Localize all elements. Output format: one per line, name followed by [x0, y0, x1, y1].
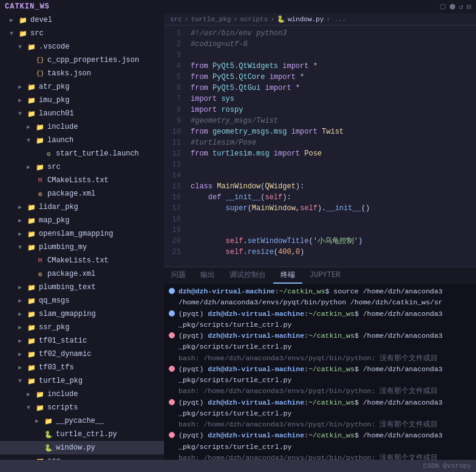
sidebar-item-atr-pkg[interactable]: 📁 atr_pkg [0, 80, 164, 94]
sidebar-item-include-launch01[interactable]: 📁 include [0, 120, 164, 134]
launch-icon: ⚙ [44, 150, 53, 158]
sidebar-item-label: turtle_pkg [39, 377, 83, 385]
terminal-tabs: 问题 输出 调试控制台 终端 JUPYTER [164, 267, 476, 284]
sidebar-item-label: plumbing_text [39, 283, 96, 292]
sidebar-item-label: launch [47, 136, 73, 145]
breadcrumb-scripts: scripts [240, 16, 268, 23]
sidebar-item-src[interactable]: 📁 src [0, 27, 164, 40]
sidebar-item-cmakelists-launch01[interactable]: M CMakeLists.txt [0, 174, 164, 187]
chevron-icon [27, 405, 34, 411]
terminal-area[interactable]: dzh@dzh-virtual-machine:~/catkin_ws$ sou… [164, 284, 476, 460]
terminal-line: (pyqt) dzh@dzh-virtual-machine:~/catkin_… [169, 309, 471, 319]
sidebar-item-src-launch01[interactable]: 📁 src [0, 160, 164, 174]
sidebar-item-map-pkg[interactable]: 📁 map_pkg [0, 214, 164, 227]
folder-icon: 📁 [27, 204, 36, 211]
breadcrumb-file-icon: 🐍 [277, 15, 285, 23]
tab-terminal[interactable]: 终端 [273, 267, 302, 284]
folder-icon: 📁 [27, 324, 36, 332]
sidebar-item-package-plumbing[interactable]: ⚙ package.xml [0, 267, 164, 281]
sidebar-item-label: .vscode [39, 43, 69, 51]
folder-icon: 📁 [44, 417, 53, 425]
sidebar-item-qq-msgs[interactable]: 📁 qq_msgs [0, 294, 164, 307]
sidebar-item-imu-pkg[interactable]: 📁 imu_pkg [0, 94, 164, 107]
sidebar-item-plumbing-my[interactable]: 📁 plumbing_my [0, 241, 164, 254]
sidebar-item-tf02-dynamic[interactable]: 📁 tf02_dynamic [0, 347, 164, 361]
terminal-indent [169, 343, 175, 349]
chevron-icon [18, 324, 25, 331]
folder-icon: 📁 [27, 351, 36, 358]
refresh-icon[interactable]: ↺ [459, 2, 463, 12]
sidebar-item-src-turtle[interactable]: 📁 src [0, 454, 164, 460]
terminal-text: dzh@dzh-virtual-machine:~/catkin_ws$ sou… [178, 286, 471, 296]
folder-icon: 📁 [35, 137, 45, 145]
sidebar-item-tf03-tfs[interactable]: 📁 tf03_tfs [0, 361, 164, 374]
terminal-line: bash: /home/dzh/anaconda3/envs/pyqt/bin/… [169, 386, 471, 396]
chevron-icon [18, 351, 25, 358]
sidebar-item-launch-folder[interactable]: 📁 launch [0, 134, 164, 147]
folder-icon: 📁 [35, 163, 45, 171]
sidebar-item-slam-gmapping[interactable]: 📁 slam_gmapping [0, 307, 164, 321]
sidebar-item-c-cpp-properties[interactable]: {} c_cpp_properties.json [0, 53, 164, 67]
sidebar-item-label: package.xml [47, 270, 95, 278]
new-file-icon[interactable]: ⬡ [440, 2, 446, 12]
tab-debug-console[interactable]: 调试控制台 [222, 267, 273, 284]
folder-icon: 📁 [27, 230, 36, 238]
sidebar-item-start-turtle[interactable]: ⚙ start_turtle.launch [0, 147, 164, 160]
folder-icon: 📁 [27, 83, 36, 91]
collapse-all-icon[interactable]: ⊟ [467, 2, 471, 12]
chevron-icon [18, 310, 25, 318]
status-bar: CSDN @vsropy [0, 460, 476, 472]
sidebar-item-launch01[interactable]: 📁 launch01 [0, 107, 164, 120]
sidebar-item-label: tf03_tfs [39, 363, 74, 372]
sidebar-item-tasks-json[interactable]: {} tasks.json [0, 67, 164, 80]
sidebar-item-window-py[interactable]: 🐍 window.py [0, 441, 164, 454]
terminal-line: bash: /home/dzh/anaconda3/envs/pyqt/bin/… [169, 419, 471, 429]
sidebar-item-turtle-ctrl[interactable]: 🐍 turtle_ctrl.py [0, 428, 164, 441]
sidebar-item-plumbing-text[interactable]: 📁 plumbing_text [0, 281, 164, 294]
sidebar-item-vscode[interactable]: 📁 .vscode [0, 40, 164, 53]
folder-icon: 📁 [27, 43, 36, 51]
sidebar-item-label: slam_gmapping [39, 310, 96, 318]
xml-icon: ⚙ [35, 190, 45, 198]
sidebar-item-label: atr_pkg [39, 83, 69, 91]
code-content[interactable]: #!/usr/bin/env python3 #coding=utf-8 fro… [186, 26, 476, 267]
tab-problems[interactable]: 问题 [164, 267, 193, 284]
chevron-icon [18, 97, 25, 104]
chevron-icon [10, 16, 17, 24]
sidebar-item-label: ssr_pkg [39, 323, 69, 332]
sidebar-item-label: CMakeLists.txt [47, 256, 109, 265]
chevron-icon [18, 337, 25, 344]
chevron-icon [18, 204, 25, 211]
sidebar-item-label: imu_pkg [39, 96, 69, 104]
sidebar-item-ssr-pkg[interactable]: 📁 ssr_pkg [0, 321, 164, 334]
sidebar-item-label: c_cpp_properties.json [47, 56, 139, 64]
sidebar-item-turtle-pkg[interactable]: 📁 turtle_pkg [0, 374, 164, 388]
tab-output[interactable]: 输出 [193, 267, 222, 284]
terminal-indent [169, 355, 175, 361]
terminal-line: (pyqt) dzh@dzh-virtual-machine:~/catkin_… [169, 330, 471, 341]
new-folder-icon[interactable]: ⬢ [449, 2, 455, 12]
sidebar-item-include-turtle[interactable]: 📁 include [0, 388, 164, 401]
sidebar-item-scripts[interactable]: 📁 scripts [0, 401, 164, 414]
sidebar-item-openslam[interactable]: 📁 openslam_gmapping [0, 227, 164, 241]
xml-icon: ⚙ [35, 270, 45, 278]
sidebar: 📁 devel 📁 src 📁 .vscode {} c_cpp_propert… [0, 13, 164, 460]
sidebar-item-lidar-pkg[interactable]: 📁 lidar_pkg [0, 200, 164, 214]
sidebar-item-pycache[interactable]: 📁 __pycache__ [0, 414, 164, 428]
terminal-indent [169, 454, 175, 460]
chevron-icon [27, 137, 34, 144]
sidebar-item-devel[interactable]: 📁 devel [0, 13, 164, 27]
terminal-text: _pkg/scripts/turtle_ctrl.py [178, 442, 471, 452]
sidebar-item-package-launch01[interactable]: ⚙ package.xml [0, 187, 164, 200]
tab-jupyter[interactable]: JUPYTER [302, 267, 347, 284]
terminal-indent [169, 443, 175, 450]
terminal-line: _pkg/scripts/turtle_ctrl.py [169, 320, 471, 330]
sidebar-item-label: include [47, 390, 78, 398]
sidebar-item-tf01-static[interactable]: 📁 tf01_static [0, 334, 164, 347]
sidebar-item-label: src [47, 163, 61, 171]
sidebar-item-cmakelists-plumbing[interactable]: M CMakeLists.txt [0, 254, 164, 267]
folder-icon: 📁 [27, 377, 36, 385]
terminal-line: bash: /home/dzh/anaconda3/envs/pyqt/bin/… [169, 453, 471, 460]
sidebar-item-label: include [47, 123, 78, 131]
terminal-line: bash: /home/dzh/anaconda3/envs/pyqt/bin/… [169, 353, 471, 363]
